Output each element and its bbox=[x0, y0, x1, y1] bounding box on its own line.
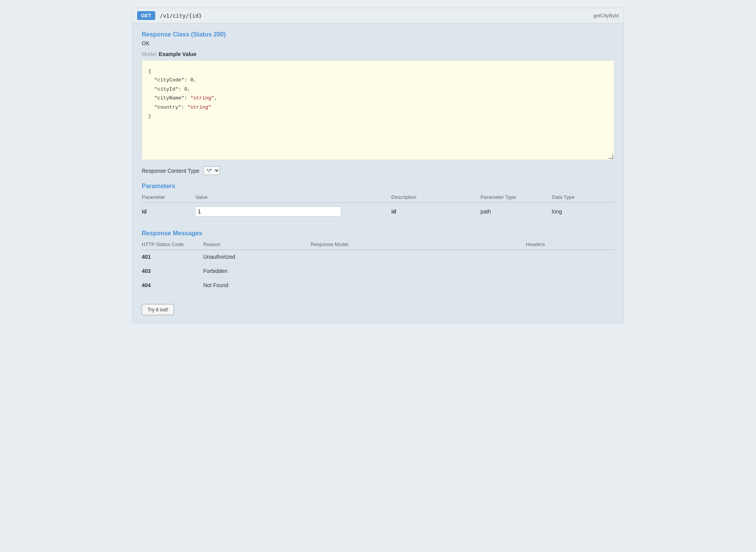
code-line-6: } bbox=[148, 112, 608, 121]
col-header-value: Value bbox=[195, 192, 391, 203]
params-body: id id path long bbox=[142, 203, 614, 221]
code-line-4: "cityName": "string", bbox=[148, 94, 608, 102]
code-line-5: "country": "string" bbox=[148, 103, 608, 112]
col-header-headers: Headers bbox=[526, 239, 614, 250]
table-row: id id path long bbox=[142, 203, 614, 221]
col-header-parameter: Parameter bbox=[142, 192, 195, 203]
try-it-out-button[interactable]: Try it out! bbox=[142, 304, 174, 315]
tab-model[interactable]: Model bbox=[142, 51, 156, 57]
data-type-cell: long bbox=[552, 203, 614, 221]
main-content: Response Class (Status 200) OK Model Exa… bbox=[133, 23, 623, 323]
response-messages-table: HTTP Status Code Reason Response Model H… bbox=[142, 239, 614, 293]
parameters-title: Parameters bbox=[142, 183, 614, 190]
code-line-1: { bbox=[148, 67, 608, 76]
response-model-cell bbox=[311, 278, 526, 293]
param-value-input[interactable] bbox=[195, 207, 341, 217]
endpoint-left: GET /v1/city/{id} bbox=[137, 11, 202, 20]
content-type-label: Response Content Type bbox=[142, 168, 199, 174]
table-row: 404 Not Found bbox=[142, 278, 614, 293]
col-header-data-type: Data Type bbox=[552, 192, 614, 203]
messages-body: 401 Unauthorized 403 Forbidden bbox=[142, 250, 614, 293]
content-type-select[interactable]: */* bbox=[203, 166, 220, 175]
code-line-2: "cityCode": 0, bbox=[148, 76, 608, 84]
col-header-response-model: Response Model bbox=[311, 239, 526, 250]
param-type: path bbox=[481, 208, 491, 215]
http-status-cell: 403 bbox=[142, 264, 203, 278]
content-type-row: Response Content Type */* bbox=[142, 166, 614, 175]
code-block: { "cityCode": 0, "cityId": 0, "cityName"… bbox=[142, 60, 614, 160]
http-status-cell: 401 bbox=[142, 250, 203, 264]
col-header-description: Description bbox=[391, 192, 481, 203]
method-badge: GET bbox=[137, 11, 155, 20]
parameters-table: Parameter Value Description Parameter Ty… bbox=[142, 192, 614, 221]
endpoint-header: GET /v1/city/{id} getCityById bbox=[133, 8, 623, 23]
col-header-reason: Reason bbox=[203, 239, 311, 250]
headers-cell bbox=[526, 264, 614, 278]
resize-handle bbox=[608, 154, 613, 159]
params-header-row: Parameter Value Description Parameter Ty… bbox=[142, 192, 614, 203]
status-text: OK bbox=[142, 40, 614, 46]
endpoint-path: /v1/city/{id} bbox=[160, 13, 202, 19]
param-description-cell: id bbox=[391, 203, 481, 221]
parameters-section: Parameters Parameter Value Description P… bbox=[142, 183, 614, 221]
reason-cell: Not Found bbox=[203, 278, 311, 293]
col-header-parameter-type: Parameter Type bbox=[481, 192, 552, 203]
col-header-http-status: HTTP Status Code bbox=[142, 239, 203, 250]
tab-example-value[interactable]: Example Value bbox=[159, 51, 196, 57]
table-row: 403 Forbidden bbox=[142, 264, 614, 278]
response-messages-title: Response Messages bbox=[142, 230, 614, 237]
data-type: long bbox=[552, 208, 562, 215]
headers-cell bbox=[526, 250, 614, 264]
response-model-cell bbox=[311, 264, 526, 278]
param-type-cell: path bbox=[481, 203, 552, 221]
http-status-code: 403 bbox=[142, 268, 151, 274]
reason-text: Not Found bbox=[203, 282, 228, 288]
param-name: id bbox=[142, 208, 146, 215]
table-row: 401 Unauthorized bbox=[142, 250, 614, 264]
reason-text: Forbidden bbox=[203, 268, 227, 274]
api-panel: GET /v1/city/{id} getCityById Response C… bbox=[132, 8, 624, 323]
response-class-title: Response Class (Status 200) bbox=[142, 31, 614, 38]
param-value-cell[interactable] bbox=[195, 203, 391, 221]
response-model-cell bbox=[311, 250, 526, 264]
model-tabs: Model Example Value bbox=[142, 51, 614, 57]
http-status-code: 401 bbox=[142, 254, 151, 260]
messages-header-row: HTTP Status Code Reason Response Model H… bbox=[142, 239, 614, 250]
response-messages-section: Response Messages HTTP Status Code Reaso… bbox=[142, 230, 614, 293]
reason-text: Unauthorized bbox=[203, 254, 235, 260]
http-status-code: 404 bbox=[142, 282, 151, 288]
headers-cell bbox=[526, 278, 614, 293]
reason-cell: Forbidden bbox=[203, 264, 311, 278]
param-name-cell: id bbox=[142, 203, 195, 221]
reason-cell: Unauthorized bbox=[203, 250, 311, 264]
code-line-3: "cityId": 0, bbox=[148, 85, 608, 94]
param-description: id bbox=[391, 208, 396, 215]
operation-id: getCityById bbox=[594, 13, 619, 18]
http-status-cell: 404 bbox=[142, 278, 203, 293]
